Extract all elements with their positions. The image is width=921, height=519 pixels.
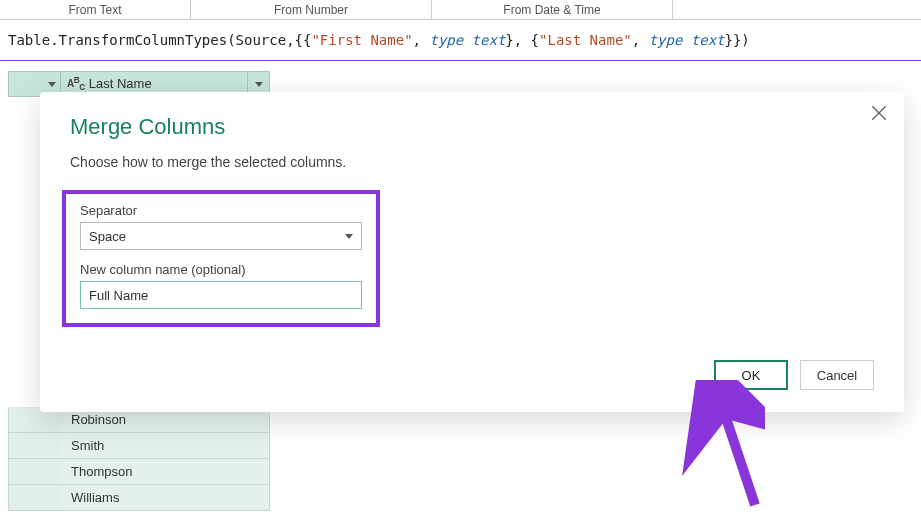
annotation-highlight: Separator Space New column name (optiona… [62, 190, 380, 327]
separator-value: Space [89, 229, 126, 244]
chevron-down-icon [255, 82, 263, 87]
table-row[interactable]: Thompson [8, 459, 270, 485]
chevron-down-icon [345, 234, 353, 239]
separator-dropdown[interactable]: Space [80, 222, 362, 250]
dialog-title: Merge Columns [70, 114, 874, 140]
ribbon-from-number: From Number [191, 0, 431, 19]
table-row[interactable]: Williams [8, 485, 270, 511]
chevron-down-icon [48, 82, 56, 87]
ribbon-group-labels: From Text From Number From Date & Time [0, 0, 921, 20]
ribbon-from-datetime: From Date & Time [432, 0, 672, 19]
close-button[interactable] [870, 104, 888, 122]
cancel-button[interactable]: Cancel [800, 360, 874, 390]
column-type-label[interactable]: ABC Last Name [61, 75, 247, 92]
ribbon-from-text: From Text [0, 0, 190, 19]
separator-label: Separator [80, 203, 362, 218]
ok-button[interactable]: OK [714, 360, 788, 390]
merge-columns-dialog: Merge Columns Choose how to merge the se… [40, 92, 904, 412]
table-row[interactable]: Smith [8, 433, 270, 459]
dialog-subtitle: Choose how to merge the selected columns… [70, 154, 874, 170]
new-column-label: New column name (optional) [80, 262, 362, 277]
new-column-input[interactable] [80, 281, 362, 309]
close-icon [870, 104, 888, 122]
formula-bar[interactable]: Table.TransformColumnTypes(Source,{{"Fir… [0, 20, 921, 61]
text-type-icon: ABC [67, 75, 85, 92]
column-name: Last Name [89, 76, 152, 91]
